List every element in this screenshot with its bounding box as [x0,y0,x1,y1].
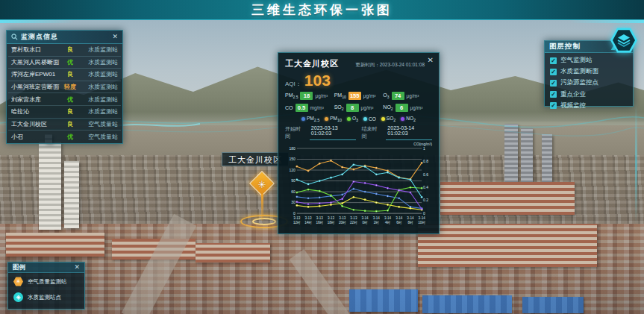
svg-text:150: 150 [290,158,296,162]
station-level-badge: 优 [62,133,78,141]
chart-legend: PM2.5PM10O3COSO2NO2 [285,116,432,122]
legend-panel-title: 图例 [13,263,74,272]
svg-text:22时: 22时 [350,222,357,225]
station-level-badge: 良 [62,120,78,128]
station-type: 水质监测站 [81,45,118,54]
pollutant-value-box: 74 [392,92,404,100]
legend-item: ✳空气质量监测站 [13,277,79,286]
station-row[interactable]: 工大金川校区良空气质量站 [8,119,121,131]
station-row[interactable]: 浑河左岸EPW01良水质监测站 [8,69,121,81]
layer-item[interactable]: ✓重点企业 [550,90,628,99]
pollutant-unit: μg/m³ [410,105,423,110]
legend-item-label: 水质监测站点 [28,294,61,301]
pollutant-cell: NO26μg/m³ [383,104,432,112]
legend-items: ✳空气质量监测站◈水质监测站点 [8,273,84,306]
svg-text:18时: 18时 [328,222,335,225]
station-row[interactable]: 小召优空气质量站 [8,131,121,143]
pollutant-value-box: 155 [348,92,361,100]
svg-text:0: 0 [423,212,425,216]
pollutant-name: O3 [383,92,389,99]
station-row[interactable]: 贾村取水口良水质监测站 [8,44,121,57]
title-bar: 三维生态环保一张图 [0,0,644,20]
start-time-label: 开始时间 [285,125,304,140]
layer-label: 视频监控 [560,101,586,110]
update-time-label: 更新时间： [355,62,380,67]
station-type: 水质监测站 [81,58,118,66]
svg-text:4时: 4时 [385,222,391,225]
end-time-input[interactable]: 2023-03-14 01:02:03 [386,125,432,140]
station-level-badge: 优 [62,58,78,66]
chart-legend-item[interactable]: O3 [347,116,358,122]
station-row[interactable]: 小黑河班定营断面轻度水质监测站 [8,81,121,94]
marker-stem [261,194,263,221]
aqi-popup-close-icon[interactable]: ✕ [428,57,434,64]
layer-item[interactable]: ✓空气监测站 [550,56,628,65]
chart-legend-item[interactable]: CO [363,116,376,122]
building-red-block-3 [196,243,270,263]
pollutant-value-box: 18 [300,92,313,100]
svg-text:6时: 6时 [396,222,402,225]
marker-glow-ring-inner [252,218,276,225]
layer-label: 污染源监控点 [560,78,598,87]
pollutant-name: CO [285,105,293,110]
station-panel-close-icon[interactable]: ✕ [112,34,118,40]
checkbox-checked-icon[interactable]: ✓ [550,91,557,98]
svg-text:3-13: 3-13 [328,216,335,220]
layer-item[interactable]: ✓污染源监控点 [550,78,628,87]
checkbox-checked-icon[interactable]: ✓ [550,80,557,87]
legend-item: ◈水质监测站点 [13,292,79,302]
chart-legend-item[interactable]: PM2.5 [301,116,319,122]
aqi-popup-title: 工大金川校区 [285,58,339,69]
station-level-badge: 良 [62,45,78,54]
svg-text:0.8: 0.8 [423,160,428,164]
svg-text:3-14: 3-14 [384,216,392,220]
station-row[interactable]: 刘家营水库优水质监测站 [8,93,121,106]
legend-dot-icon [401,117,404,121]
pollutant-unit: μg/m³ [315,93,328,98]
pollutant-unit: μg/m³ [407,93,419,98]
start-time-input[interactable]: 2023-03-13 01:02:03 [310,125,356,140]
aqi-row: AQI： 103 [285,72,432,90]
station-name: 工大金川校区 [11,120,60,128]
station-row[interactable]: 大黑河人民桥断面优水质监测站 [8,57,121,69]
building-white-tower-2 [64,161,79,228]
pollutant-name: PM2.5 [285,92,298,99]
svg-text:14时: 14时 [304,222,312,225]
station-name: 小黑河班定营断面 [11,83,60,91]
station-name: 贾村取水口 [11,45,60,54]
legend-dot-icon [381,117,385,121]
legend-panel-close-icon[interactable]: ✕ [74,264,80,271]
checkbox-checked-icon[interactable]: ✓ [550,57,557,64]
pollutant-value-box: 0.5 [296,104,308,112]
aqi-label: AQI： [285,80,301,88]
station-type: 水质监测站 [81,95,118,104]
checkbox-checked-icon[interactable]: ✓ [550,69,557,75]
pollutant-value-box: 8 [346,104,359,112]
station-level-badge: 轻度 [62,83,78,91]
chart-legend-item[interactable]: NO2 [401,116,416,122]
pollutant-chart: 030609012015018000.20.40.60.81CO(mg/m³)3… [285,142,433,229]
station-type: 空气质量站 [81,133,118,141]
cyan-glow-streak [635,104,637,224]
building-blue-warehouse-1 [349,289,418,312]
pollutant-value-box: 6 [396,104,408,112]
layer-item[interactable]: ✓视频监控 [550,101,628,110]
station-type: 水质监测站 [81,70,118,78]
pinwheel-icon: ✳ [253,175,271,193]
legend-item-label: 空气质量监测站 [28,278,67,286]
station-type: 水质监测站 [81,83,118,91]
checkbox-checked-icon[interactable]: ✓ [550,102,557,109]
chart-legend-item[interactable]: SO2 [381,116,396,122]
station-row[interactable]: 哈拉沁良水质监测站 [8,106,121,119]
svg-text:3-13: 3-13 [339,216,346,220]
chart-legend-item[interactable]: PM10 [325,116,342,122]
layer-item[interactable]: ✓水质监测断面 [550,67,628,76]
svg-text:3-13: 3-13 [350,216,357,220]
layers-toggle-button[interactable] [610,27,637,54]
legend-label: CO [369,116,376,122]
pollutant-cell: CO0.5mg/m³ [285,104,334,112]
layer-label: 重点企业 [560,90,586,99]
building-blue-warehouse-3 [522,297,584,313]
legend-label: NO2 [406,116,416,122]
svg-text:90: 90 [291,180,296,183]
